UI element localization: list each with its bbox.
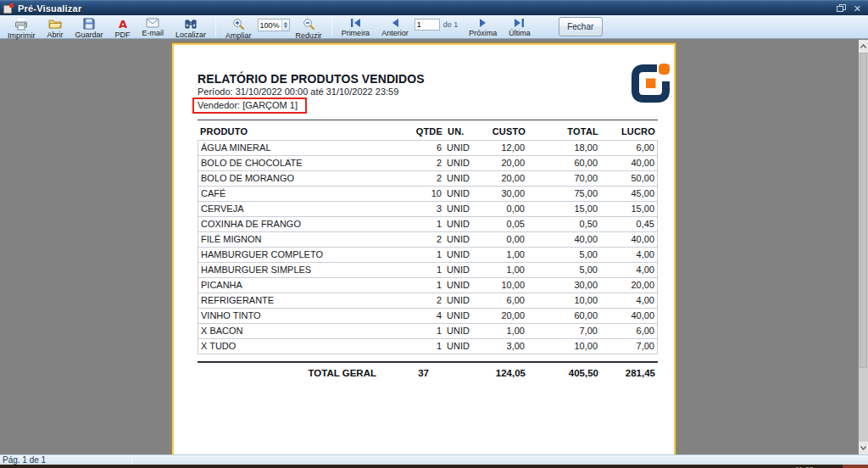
cell-un: UNID bbox=[442, 310, 472, 321]
cell-custo: 0,00 bbox=[472, 203, 525, 214]
prev-page-icon bbox=[391, 18, 399, 28]
cell-total: 7,00 bbox=[525, 326, 598, 337]
cell-custo: 0,05 bbox=[472, 219, 525, 230]
pdf-button[interactable]: A PDF bbox=[109, 15, 136, 38]
imprimir-label: Imprimir bbox=[8, 31, 36, 40]
cell-custo: 1,00 bbox=[472, 326, 525, 337]
cell-custo: 1,00 bbox=[472, 265, 525, 276]
cell-total: 70,00 bbox=[525, 173, 598, 184]
cell-un: UNID bbox=[442, 203, 472, 214]
proxima-button[interactable]: Próxima bbox=[463, 15, 503, 38]
cell-total: 40,00 bbox=[525, 234, 598, 245]
cell-qtde: 6 bbox=[379, 142, 442, 153]
cell-un: UNID bbox=[442, 341, 472, 352]
cell-qtde: 2 bbox=[379, 295, 442, 306]
header-qtde: QTDE bbox=[380, 126, 442, 137]
cell-lucro: 6,00 bbox=[598, 326, 657, 337]
svg-text:A: A bbox=[119, 18, 127, 30]
cell-un: UNID bbox=[442, 142, 472, 153]
cell-lucro: 15,00 bbox=[598, 203, 657, 214]
table-body: ÁGUA MINERAL6UNID12,0018,006,00BOLO DE C… bbox=[198, 140, 658, 354]
cell-un: UNID bbox=[442, 219, 472, 230]
save-icon bbox=[83, 18, 95, 30]
cell-total: 10,00 bbox=[525, 341, 598, 352]
table-row: VINHO TINTO4UNID20,0060,0040,00 bbox=[198, 308, 658, 324]
zoom-in-icon bbox=[232, 18, 245, 31]
cell-custo: 0,00 bbox=[472, 234, 525, 245]
taskbar-accent bbox=[843, 465, 868, 468]
header-total: TOTAL bbox=[526, 126, 598, 137]
cell-custo: 3,00 bbox=[472, 341, 525, 352]
cell-qtde: 1 bbox=[379, 341, 442, 352]
cell-un: UNID bbox=[442, 234, 472, 245]
statusbar-page-label: Pág. 1 de 1 bbox=[0, 455, 46, 465]
scrollbar-thumb[interactable] bbox=[860, 53, 867, 368]
window-controls: ✕ bbox=[837, 4, 868, 13]
cell-produto: REFRIGERANTE bbox=[198, 295, 379, 306]
cell-produto: HAMBURGUER COMPLETO bbox=[198, 249, 379, 260]
reduzir-button[interactable]: Reduzir bbox=[290, 15, 328, 38]
logo-orange-corner bbox=[659, 64, 670, 75]
email-button[interactable]: E-mail bbox=[136, 15, 170, 38]
ultima-label: Última bbox=[509, 29, 531, 37]
toolbar-separator bbox=[331, 17, 332, 36]
imprimir-button[interactable]: Imprimir bbox=[2, 15, 42, 38]
localizar-button[interactable]: Localizar bbox=[170, 15, 212, 38]
binoculars-icon bbox=[184, 18, 198, 30]
cell-lucro: 40,00 bbox=[598, 310, 657, 321]
products-table: PRODUTO QTDE UN. CUSTO TOTAL LUCRO ÁGUA … bbox=[198, 125, 658, 379]
cell-custo: 30,00 bbox=[472, 188, 525, 199]
ampliar-label: Ampliar bbox=[225, 31, 252, 40]
cell-total: 15,00 bbox=[525, 203, 598, 214]
cell-produto: BOLO DE CHOCOLATE bbox=[198, 158, 379, 169]
page-number-input[interactable] bbox=[415, 19, 440, 31]
totals-custo: 124,05 bbox=[473, 368, 526, 379]
open-folder-icon bbox=[48, 18, 63, 30]
abrir-button[interactable]: Abrir bbox=[42, 15, 70, 38]
close-icon[interactable]: ✕ bbox=[854, 4, 861, 13]
scroll-up-icon[interactable] bbox=[859, 40, 868, 53]
report-page: RELATÓRIO DE PRODUTOS VENDIDOS Período: … bbox=[174, 45, 674, 454]
cell-un: UNID bbox=[442, 326, 472, 337]
zoom-spinner-arrows[interactable] bbox=[281, 20, 289, 31]
cell-un: UNID bbox=[442, 280, 472, 291]
table-row: BOLO DE MORANGO2UNID20,0070,0050,00 bbox=[198, 170, 658, 187]
cell-custo: 12,00 bbox=[472, 142, 525, 153]
cell-custo: 20,00 bbox=[472, 310, 525, 321]
fechar-button[interactable]: Fechar bbox=[559, 17, 603, 36]
cell-un: UNID bbox=[442, 295, 472, 306]
cell-produto: BOLO DE MORANGO bbox=[198, 173, 379, 184]
vendor-row: Vendedor: [GARÇOM 1] bbox=[198, 97, 658, 120]
cell-qtde: 1 bbox=[379, 265, 442, 276]
anterior-button[interactable]: Anterior bbox=[376, 15, 415, 38]
cell-total: 5,00 bbox=[525, 265, 598, 276]
localizar-label: Localizar bbox=[175, 31, 206, 39]
report-content: RELATÓRIO DE PRODUTOS VENDIDOS Período: … bbox=[198, 45, 658, 379]
table-row: CERVEJA3UNID0,0015,0015,00 bbox=[198, 201, 658, 217]
statusbar: Pág. 1 de 1 bbox=[0, 454, 868, 465]
ampliar-button[interactable]: Ampliar bbox=[220, 15, 258, 38]
cell-custo: 20,00 bbox=[472, 173, 525, 184]
ultima-button[interactable]: Última bbox=[503, 15, 537, 38]
cell-qtde: 10 bbox=[379, 188, 442, 199]
cell-produto: VINHO TINTO bbox=[198, 310, 379, 321]
taskbar-sliver: 11:29 bbox=[0, 465, 868, 468]
cell-produto: FILÉ MIGNON bbox=[198, 234, 379, 245]
vertical-scrollbar[interactable] bbox=[859, 40, 868, 454]
header-produto: PRODUTO bbox=[198, 126, 380, 137]
primeira-button[interactable]: Primeira bbox=[336, 15, 376, 38]
restore-icon[interactable] bbox=[837, 4, 846, 12]
page-count-label: de 1 bbox=[440, 20, 464, 29]
cell-produto: CAFÉ bbox=[198, 188, 379, 199]
cell-un: UNID bbox=[442, 249, 472, 260]
guardar-label: Guardar bbox=[75, 31, 103, 39]
zoom-level-spinner[interactable]: 100% bbox=[258, 19, 290, 31]
cell-total: 10,00 bbox=[525, 295, 598, 306]
app-icon bbox=[3, 3, 14, 14]
cell-lucro: 0,45 bbox=[598, 219, 657, 230]
zoom-level-value: 100% bbox=[259, 21, 281, 30]
first-page-icon bbox=[350, 18, 361, 28]
zoom-out-icon bbox=[303, 18, 315, 31]
scroll-down-icon[interactable] bbox=[859, 442, 868, 454]
guardar-button[interactable]: Guardar bbox=[70, 15, 109, 38]
